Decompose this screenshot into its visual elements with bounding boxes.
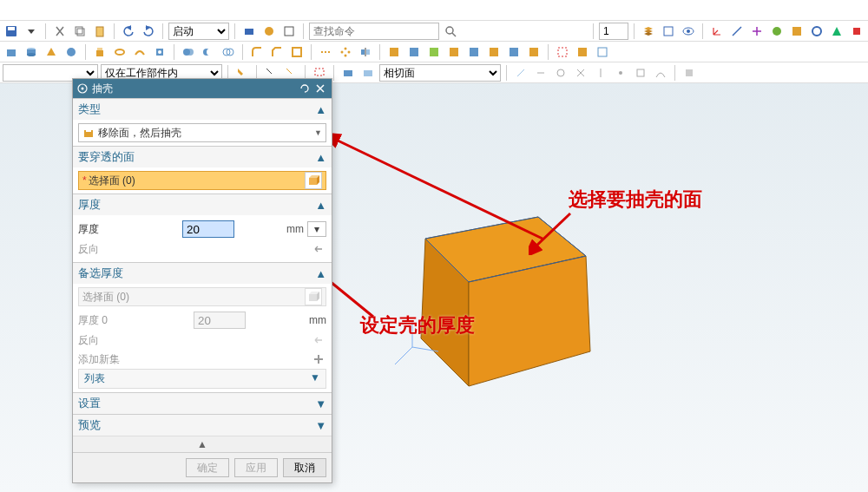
shell-icon[interactable] bbox=[288, 43, 306, 61]
placeholder-icon[interactable] bbox=[3, 2, 20, 19]
copy-icon[interactable] bbox=[71, 23, 89, 40]
paste-icon[interactable] bbox=[91, 23, 108, 40]
group-j-icon[interactable] bbox=[574, 43, 591, 61]
cone-icon[interactable] bbox=[43, 43, 60, 61]
alt-addnew-label: 添加新集 bbox=[78, 352, 311, 367]
misc-e-icon[interactable] bbox=[848, 23, 865, 40]
search-icon[interactable] bbox=[442, 23, 459, 40]
snap-d-icon[interactable] bbox=[572, 64, 589, 82]
alt-select-face-row[interactable]: 选择面 (0) bbox=[78, 287, 326, 306]
cut-icon[interactable] bbox=[51, 23, 69, 40]
snap-c-icon[interactable] bbox=[552, 64, 569, 82]
thickness-unit-dropdown[interactable]: ▾ bbox=[307, 221, 326, 237]
unite-icon[interactable] bbox=[180, 43, 197, 61]
add-new-icon[interactable] bbox=[311, 351, 326, 367]
cancel-button[interactable]: 取消 bbox=[283, 458, 326, 477]
snap-b-icon[interactable] bbox=[532, 64, 549, 82]
select-face-row[interactable]: * 选择面 (0) bbox=[78, 171, 326, 190]
chevron-up-icon[interactable]: ▲ bbox=[315, 151, 326, 164]
apply-button[interactable]: 应用 bbox=[234, 458, 278, 477]
number-input[interactable] bbox=[599, 23, 628, 40]
chevron-up-icon[interactable]: ▲ bbox=[315, 267, 326, 280]
intersect-icon[interactable] bbox=[220, 43, 237, 61]
box-icon[interactable] bbox=[3, 43, 20, 61]
section-type-header[interactable]: 类型 ▲ bbox=[73, 99, 332, 120]
group-e-icon[interactable] bbox=[465, 43, 483, 61]
group-k-icon[interactable] bbox=[594, 43, 611, 61]
snap-h-icon[interactable] bbox=[652, 64, 669, 82]
snap-a-icon[interactable] bbox=[512, 64, 529, 82]
chevron-up-icon[interactable]: ▲ bbox=[315, 103, 326, 116]
misc-a-icon[interactable] bbox=[768, 23, 786, 40]
svg-point-31 bbox=[207, 49, 214, 56]
chevron-up-icon[interactable]: ▲ bbox=[315, 199, 326, 212]
cylinder-icon[interactable] bbox=[23, 43, 40, 61]
group-b-icon[interactable] bbox=[405, 43, 423, 61]
dialog-collapse-icon[interactable]: ▲ bbox=[73, 436, 332, 452]
toolbar-btn-b[interactable] bbox=[260, 23, 278, 40]
snap-last-icon[interactable] bbox=[681, 64, 698, 82]
sweep-icon[interactable] bbox=[131, 43, 148, 61]
misc-d-icon[interactable] bbox=[828, 23, 845, 40]
facepick-combo[interactable]: 相切面 bbox=[379, 64, 501, 82]
restore-icon[interactable] bbox=[297, 81, 312, 96]
reverse-direction-icon[interactable] bbox=[311, 241, 326, 257]
sphere-icon[interactable] bbox=[62, 43, 80, 61]
save-icon[interactable] bbox=[3, 23, 20, 40]
misc-b-icon[interactable] bbox=[788, 23, 806, 40]
start-combo[interactable]: 启动 bbox=[168, 23, 229, 40]
ok-button[interactable]: 确定 bbox=[186, 458, 229, 477]
pattern-circ-icon[interactable] bbox=[337, 43, 354, 61]
toolbar-btn-a[interactable] bbox=[240, 23, 258, 40]
group-a-icon[interactable] bbox=[385, 43, 403, 61]
measure-icon[interactable] bbox=[728, 23, 746, 40]
chamfer-icon[interactable] bbox=[268, 43, 286, 61]
svg-point-27 bbox=[158, 50, 161, 54]
alt-face-picker-icon[interactable] bbox=[305, 288, 322, 305]
group-h-icon[interactable] bbox=[525, 43, 542, 61]
snap-g-icon[interactable] bbox=[632, 64, 649, 82]
group-d-icon[interactable] bbox=[445, 43, 463, 61]
misc-c-icon[interactable] bbox=[808, 23, 825, 40]
alt-list-row[interactable]: 列表 ▼ bbox=[78, 369, 326, 389]
type-dropdown[interactable]: 移除面，然后抽壳 ▼ bbox=[78, 123, 326, 142]
snap-f-icon[interactable] bbox=[612, 64, 629, 82]
section-alt-thickness-header[interactable]: 备选厚度 ▲ bbox=[73, 263, 332, 284]
group-g-icon[interactable] bbox=[505, 43, 523, 61]
section-settings-header[interactable]: 设置 ▼ bbox=[73, 393, 332, 414]
undo-icon[interactable] bbox=[120, 23, 137, 40]
thickness-input[interactable] bbox=[182, 220, 234, 238]
axis-icon[interactable] bbox=[748, 23, 766, 40]
group-i-icon[interactable] bbox=[554, 43, 571, 61]
wireframe-icon[interactable] bbox=[660, 23, 677, 40]
coord-icon[interactable] bbox=[708, 23, 726, 40]
svg-rect-34 bbox=[293, 48, 301, 56]
pick-cube-icon[interactable] bbox=[359, 64, 377, 82]
pattern-linear-icon[interactable] bbox=[317, 43, 334, 61]
subtract-icon[interactable] bbox=[200, 43, 217, 61]
dropdown-icon[interactable] bbox=[23, 23, 40, 40]
layers-icon[interactable] bbox=[640, 23, 657, 40]
redo-icon[interactable] bbox=[140, 23, 157, 40]
close-icon[interactable] bbox=[312, 81, 328, 96]
chevron-down-icon[interactable]: ▼ bbox=[315, 419, 326, 432]
group-c-icon[interactable] bbox=[425, 43, 443, 61]
search-command-input[interactable] bbox=[309, 23, 439, 40]
section-thickness-header[interactable]: 厚度 ▲ bbox=[73, 194, 332, 215]
group-f-icon[interactable] bbox=[485, 43, 503, 61]
dialog-titlebar[interactable]: 抽壳 bbox=[73, 79, 332, 98]
chevron-down-icon[interactable]: ▼ bbox=[315, 397, 326, 410]
snap-e-icon[interactable] bbox=[592, 64, 609, 82]
extrude-icon[interactable] bbox=[91, 43, 108, 61]
visibility-icon[interactable] bbox=[680, 23, 697, 40]
mirror-icon[interactable] bbox=[357, 43, 374, 61]
toolbar-btn-c[interactable] bbox=[280, 23, 298, 40]
fillet-icon[interactable] bbox=[248, 43, 266, 61]
section-preview-header[interactable]: 预览 ▼ bbox=[73, 415, 332, 436]
section-pierce-header[interactable]: 要穿透的面 ▲ bbox=[73, 147, 332, 167]
pick-add-icon[interactable] bbox=[339, 64, 357, 82]
face-picker-icon[interactable] bbox=[305, 172, 322, 189]
revolve-icon[interactable] bbox=[111, 43, 128, 61]
model-cube[interactable] bbox=[373, 200, 616, 399]
hole-icon[interactable] bbox=[151, 43, 168, 61]
